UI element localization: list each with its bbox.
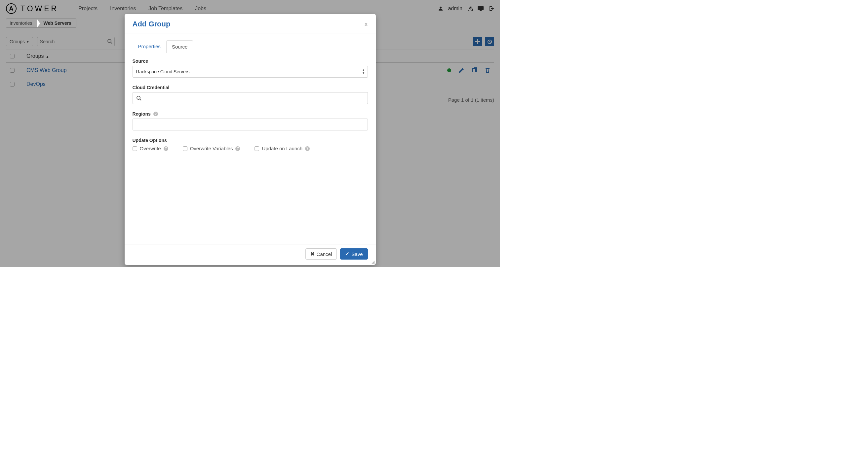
source-select[interactable]: Rackspace Cloud Servers [132, 66, 368, 77]
update-on-launch-checkbox[interactable] [254, 146, 259, 151]
overwrite-vars-checkbox[interactable] [183, 146, 187, 151]
help-icon[interactable]: ? [235, 146, 240, 151]
tab-properties[interactable]: Properties [132, 40, 166, 53]
modal-header: Add Group x [125, 14, 376, 33]
close-icon: ✖ [310, 251, 315, 257]
source-field: Source Rackspace Cloud Servers ▴▾ [132, 59, 368, 77]
modal-title: Add Group [132, 20, 170, 28]
regions-field: Regions ? [132, 111, 368, 130]
add-group-modal: Add Group x Properties Source Source Rac… [125, 14, 376, 265]
credential-lookup-button[interactable] [132, 92, 145, 104]
overwrite-checkbox[interactable] [132, 146, 137, 151]
modal-tabs: Properties Source [125, 33, 376, 53]
check-icon: ✔ [345, 251, 349, 257]
update-options-label: Update Options [132, 138, 167, 143]
update-options-field: Update Options Overwrite ? Overwrite Var… [132, 138, 368, 151]
help-icon[interactable]: ? [164, 146, 168, 151]
modal-footer: ✖ Cancel ✔ Save [125, 244, 376, 265]
tab-source[interactable]: Source [166, 40, 193, 53]
overwrite-option[interactable]: Overwrite ? [132, 146, 168, 151]
regions-input[interactable] [132, 119, 368, 130]
help-icon[interactable]: ? [153, 111, 158, 116]
cloud-credential-input[interactable] [145, 92, 368, 104]
resize-handle-icon[interactable]: ◢ [372, 260, 374, 264]
regions-label: Regions [132, 111, 151, 117]
cloud-credential-label: Cloud Credential [132, 85, 169, 90]
overwrite-variables-option[interactable]: Overwrite Variables ? [183, 146, 240, 151]
source-label: Source [132, 59, 148, 64]
help-icon[interactable]: ? [305, 146, 310, 151]
update-on-launch-option[interactable]: Update on Launch ? [254, 146, 310, 151]
save-button[interactable]: ✔ Save [340, 249, 368, 260]
cloud-credential-field: Cloud Credential [132, 85, 368, 104]
svg-point-5 [137, 96, 140, 99]
close-icon[interactable]: x [364, 21, 368, 28]
select-arrows-icon: ▴▾ [363, 68, 365, 74]
cancel-button[interactable]: ✖ Cancel [305, 249, 337, 260]
source-form: Source Rackspace Cloud Servers ▴▾ Cloud … [125, 53, 376, 244]
